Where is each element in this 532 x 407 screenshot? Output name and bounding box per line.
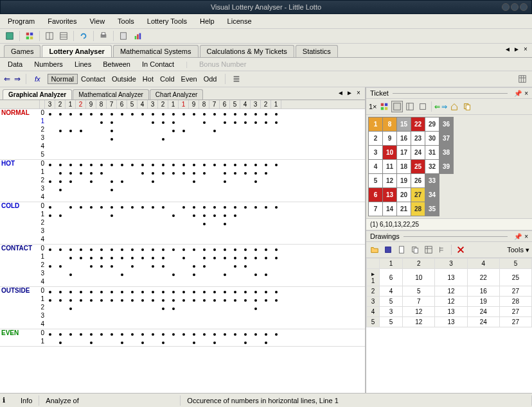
tab-calculations-my-tickets[interactable]: Calculations & My Tickets [200,45,294,57]
pin-icon[interactable]: 📌 [514,233,522,240]
fx-button[interactable]: fx [31,74,44,83]
drawings-cell[interactable]: 4 [380,286,403,297]
drawings-row-header[interactable]: 5 [367,317,380,327]
ticket-number[interactable]: 11 [383,160,397,174]
panel-close-icon[interactable]: × [524,233,528,240]
drawings-cell[interactable]: 5 [380,317,403,327]
panel-close-icon[interactable]: × [524,90,528,97]
ticket-number[interactable]: 36 [439,117,454,132]
layout-icon[interactable] [44,30,55,42]
drawings-row-header[interactable]: 3 [367,297,380,307]
ticket-number[interactable]: 37 [439,132,454,146]
grid-view-icon[interactable] [378,101,390,112]
filter-contact[interactable]: Contact [78,74,109,83]
drawings-cell[interactable]: 3 [380,307,403,317]
drawings-cell[interactable]: 7 [403,297,435,307]
drawings-cell[interactable]: 28 [499,297,531,307]
drawings-cell[interactable]: 24 [467,317,499,327]
ticket-number[interactable]: 23 [411,132,425,146]
ticket-number[interactable]: 9 [383,132,397,146]
menu-license[interactable]: License [225,16,254,26]
save-icon[interactable] [382,244,394,255]
back-icon[interactable]: ⇐ [4,74,10,83]
filter-even[interactable]: Even [178,74,200,83]
drawings-cell[interactable]: 27 [499,286,531,297]
print-icon[interactable] [98,30,109,42]
ticket-number[interactable]: 19 [397,174,411,188]
tab-prev-icon[interactable]: ◄ [504,46,511,53]
ticket-number[interactable]: 30 [425,132,439,146]
ticket-number[interactable]: 5 [369,174,383,188]
drawings-cell[interactable]: 13 [435,269,467,286]
ticket-number[interactable]: 16 [397,132,411,146]
drawings-cell[interactable]: 12 [403,317,435,327]
analyser-tab-graphical-analyzer[interactable]: Graphical Analyzer [3,89,72,100]
layout-view-icon[interactable] [391,101,403,112]
menu-program[interactable]: Program [5,16,37,26]
drawings-row-header[interactable]: 2 [367,286,380,297]
filter-cold[interactable]: Cold [157,74,178,83]
tools-dropdown[interactable]: Tools ▾ [507,246,529,254]
drawings-cell[interactable]: 16 [467,286,499,297]
ticket-number[interactable]: 26 [411,174,425,188]
tool-icon[interactable] [4,30,15,42]
drawings-cell[interactable]: 12 [435,297,467,307]
filter-normal[interactable]: Normal [48,74,78,84]
minimize-icon[interactable] [502,3,510,11]
ticket-number[interactable]: 18 [397,160,411,174]
ticket-number[interactable]: 10 [383,146,397,160]
drawings-cell[interactable]: 12 [403,307,435,317]
menu-tools[interactable]: Tools [115,16,137,26]
home-icon[interactable] [448,101,460,112]
document-icon[interactable] [396,244,407,255]
new-window-icon[interactable] [417,101,429,112]
drawings-cell[interactable]: 25 [499,269,531,286]
subtab-numbers[interactable]: Numbers [31,60,66,69]
subtab-in-contact[interactable]: In Contact [139,60,177,69]
copy-icon[interactable] [461,101,473,112]
ticket-fwd-icon[interactable]: ⇒ [441,103,447,111]
delete-icon[interactable] [455,244,466,255]
ticket-number[interactable]: 38 [439,146,454,160]
drawings-cell[interactable]: 27 [499,317,531,327]
open-icon[interactable] [369,244,380,255]
menu-view[interactable]: View [87,16,107,26]
grid-icon[interactable] [423,244,434,255]
tab-mathematical-systems[interactable]: Mathematical Systems [113,45,199,57]
filter-outside[interactable]: Outside [109,74,139,83]
menu-help[interactable]: Help [197,16,217,26]
ticket-number[interactable]: 34 [425,188,439,202]
subtab-lines[interactable]: Lines [72,60,94,69]
drawings-cell[interactable]: 5 [403,286,435,297]
analyser-tab-mathematical-analyzer[interactable]: Mathematical Analyzer [73,89,149,100]
refresh-icon[interactable] [78,30,89,42]
filter-odd[interactable]: Odd [200,74,220,83]
tab-close-icon[interactable]: × [522,46,529,53]
ticket-number[interactable]: 25 [411,160,425,174]
list-icon[interactable] [231,73,242,85]
ticket-number[interactable]: 7 [369,202,383,216]
tab-statistics[interactable]: Statistics [296,45,338,57]
ticket-number[interactable]: 14 [383,202,397,216]
tree-icon[interactable] [436,244,448,255]
drawings-cell[interactable]: 13 [435,317,467,327]
grid-small-icon[interactable] [517,73,528,85]
copy-icon[interactable] [409,244,421,255]
ticket-number[interactable]: 17 [397,146,411,160]
ticket-number[interactable]: 3 [369,146,383,160]
tab-next-icon[interactable]: ► [346,89,353,97]
forward-icon[interactable]: ⇒ [14,74,21,83]
ticket-number[interactable]: 12 [383,174,397,188]
ticket-number[interactable]: 6 [369,188,383,202]
ticket-number[interactable]: 28 [411,202,425,216]
calculator-icon[interactable] [118,30,129,42]
ticket-number[interactable]: 24 [411,146,425,160]
ticket-number[interactable]: 2 [369,132,383,146]
drawings-cell[interactable]: 5 [380,297,403,307]
ticket-grid-icon[interactable] [404,101,416,112]
drawings-cell[interactable]: 19 [467,297,499,307]
maximize-icon[interactable] [511,3,519,11]
drawings-cell[interactable]: 12 [435,286,467,297]
ticket-number[interactable]: 21 [397,202,411,216]
table-icon[interactable] [58,30,69,42]
